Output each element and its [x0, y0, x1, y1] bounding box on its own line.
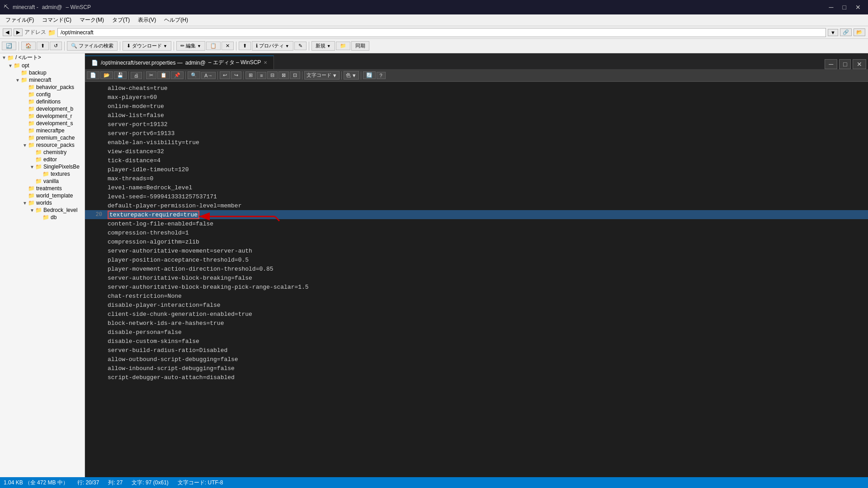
menu-command[interactable]: コマンド(C) [38, 15, 75, 25]
cut-button[interactable]: ✂ [146, 71, 156, 79]
svg-line-2 [275, 216, 279, 221]
sync-browse-button[interactable]: 🔗 [840, 28, 852, 36]
tree-item-premium-cache[interactable]: 📁 premium_cache [0, 134, 85, 141]
editor-sep-3 [185, 71, 186, 80]
folder-icon-single-pixels: 📁 [35, 164, 42, 170]
menu-file[interactable]: ファイル(F) [2, 15, 38, 25]
forward-button[interactable]: ▶ [14, 28, 23, 36]
tree-item-textures[interactable]: 📁 textures [0, 170, 85, 178]
refresh-view-button[interactable]: 🔄 [363, 71, 376, 79]
menu-help[interactable]: ヘルプ(H) [160, 15, 192, 25]
editor-content[interactable]: allow-cheats=true max-players=60 online-… [85, 82, 868, 384]
pencil-button[interactable]: ✎ [294, 42, 307, 50]
replace-button[interactable]: A→ [201, 72, 216, 79]
properties-button[interactable]: ℹ プロパティ ▼ [252, 41, 293, 51]
folder-icon-dev-s: 📁 [28, 120, 35, 127]
redo-button[interactable]: ↪ [231, 71, 241, 79]
folder-new-button[interactable]: 📁 [336, 42, 350, 50]
minimize-button[interactable]: ─ [826, 3, 837, 12]
tree-item-single-pixels[interactable]: ▼ 📁 SinglePixelsBe [0, 163, 85, 170]
editor-close-button[interactable]: ✕ [853, 59, 866, 69]
maximize-button[interactable]: □ [839, 3, 850, 12]
tree-item-minecraftpe[interactable]: 📁 minecraftpe [0, 127, 85, 134]
code-line-1: allow-cheats=true [85, 84, 868, 93]
new-arrow-icon: ▼ [327, 44, 331, 48]
refresh-button[interactable]: 🔄 [2, 42, 16, 50]
tree-item-development-s[interactable]: 📁 development_s [0, 120, 85, 127]
toggle-button-2[interactable]: ≡ [257, 72, 266, 79]
help-button[interactable]: ? [377, 72, 386, 79]
reload-button[interactable]: ↺ [50, 42, 62, 50]
up-button[interactable]: ⬆ [37, 42, 49, 50]
toggle-button-4[interactable]: ⊠ [278, 71, 289, 79]
tree-item-world-template[interactable]: 📁 world_template [0, 192, 85, 199]
tree-label-editor: editor [43, 156, 57, 163]
tree-item-db[interactable]: 📁 db [0, 214, 85, 221]
save-file-button[interactable]: 💾 [114, 71, 127, 79]
editor-maximize-button[interactable]: □ [839, 59, 851, 69]
open-file-button[interactable]: 📂 [100, 71, 113, 79]
tree-item-worlds[interactable]: ▼ 📁 worlds [0, 199, 85, 206]
code-line-31: client-side-chunk-generation-enabled=tru… [85, 310, 868, 319]
address-bar: ◀ ▶ アドレス 📁 ▼ 🔗 📂 [0, 26, 868, 39]
address-dropdown-button[interactable]: ▼ [828, 29, 838, 36]
back-button[interactable]: ◀ [3, 28, 12, 36]
tree-item-vanilla[interactable]: 📁 vanilla [0, 178, 85, 185]
toggle-button-3[interactable]: ⊟ [267, 71, 278, 79]
copy-edit-button[interactable]: 📋 [157, 71, 170, 79]
tree-item-config[interactable]: 📁 config [0, 91, 85, 98]
tree-item-minecraft[interactable]: ▼ 📁 minecraft [0, 76, 85, 84]
code-line-32: block-network-ids-are-hashes=true [85, 319, 868, 328]
tab-close-button[interactable]: ✕ [264, 60, 267, 65]
edit-button[interactable]: ✏ 編集 ▼ [176, 41, 205, 51]
tree-item-chemistry[interactable]: 📁 chemistry [0, 149, 85, 156]
close-button[interactable]: ✕ [852, 3, 864, 12]
print-button[interactable]: 🖨 [131, 72, 142, 79]
expand-icon-dev-b [22, 107, 28, 112]
find-button[interactable]: 🔍 [188, 71, 200, 79]
color-dropdown[interactable]: 色 ▼ [344, 71, 359, 80]
code-text: player-position-acceptance-threshold=0.5 [108, 257, 249, 263]
toolbar-separator-5 [236, 42, 236, 51]
tree-item-opt[interactable]: ▼ 📁 opt [0, 62, 85, 69]
tree-item-resource-packs[interactable]: ▼ 📁 resource_packs [0, 141, 85, 149]
home-button[interactable]: 🏠 [21, 42, 36, 50]
file-search-button[interactable]: 🔍 ファイルの検索 [67, 41, 118, 51]
toggle-button-1[interactable]: ⊞ [245, 71, 256, 79]
code-text: level-seed=-5999413331257537171 [108, 193, 217, 200]
tree-item-behavior-packs[interactable]: 📁 behavior_packs [0, 84, 85, 91]
file-tree-sidebar[interactable]: ▼ 📁 / <ルート> ▼ 📁 opt 📁 backup ▼ 📁 minecra… [0, 53, 85, 477]
new-button[interactable]: 新規 ▼ [311, 41, 335, 51]
tree-item-development-r[interactable]: 📁 development_r [0, 113, 85, 120]
menu-mark[interactable]: マーク(M) [76, 15, 108, 25]
download-arrow-icon: ▼ [163, 44, 167, 48]
sync-button[interactable]: 同期 [351, 41, 369, 51]
editor-minimize-button[interactable]: ─ [825, 59, 837, 69]
download-button[interactable]: ⬇ ダウンロード ▼ [123, 41, 171, 51]
paste-button[interactable]: 📌 [171, 71, 184, 79]
editor-tab-server-properties[interactable]: 📄 /opt/minecraft/server.properties — adm… [85, 56, 274, 69]
texturepack-required-value: texturepack-required=true [108, 211, 199, 219]
tree-item-development-b[interactable]: 📁 development_b [0, 105, 85, 113]
folder-icon-premium-cache: 📁 [28, 135, 35, 141]
expand-icon-premium-cache [22, 136, 28, 141]
tree-item-root[interactable]: ▼ 📁 / <ルート> [0, 53, 85, 62]
copy-button[interactable]: 📋 [206, 42, 221, 50]
open-dir-button[interactable]: 📂 [854, 28, 865, 36]
char-code-dropdown[interactable]: 文字コード ▼ [304, 71, 340, 80]
code-text: server-authoritative-movement=server-aut… [108, 248, 252, 254]
tree-item-treatments[interactable]: 📁 treatments [0, 185, 85, 192]
delete-button[interactable]: ✕ [222, 42, 234, 50]
menu-view[interactable]: 表示(V) [134, 15, 160, 25]
address-input[interactable] [57, 28, 826, 37]
upload-button[interactable]: ⬆ [239, 42, 251, 50]
tree-item-definitions[interactable]: 📁 definitions [0, 98, 85, 105]
tree-item-backup[interactable]: 📁 backup [0, 69, 85, 76]
tree-item-bedrock-level[interactable]: ▼ 📁 Bedrock_level [0, 206, 85, 214]
tree-label-opt: opt [22, 62, 29, 69]
tree-item-editor[interactable]: 📁 editor [0, 156, 85, 163]
undo-button[interactable]: ↩ [220, 71, 230, 79]
new-file-button[interactable]: 📄 [87, 71, 99, 79]
toggle-button-5[interactable]: ⊡ [290, 71, 300, 79]
menu-tab[interactable]: タブ(T) [108, 15, 133, 25]
